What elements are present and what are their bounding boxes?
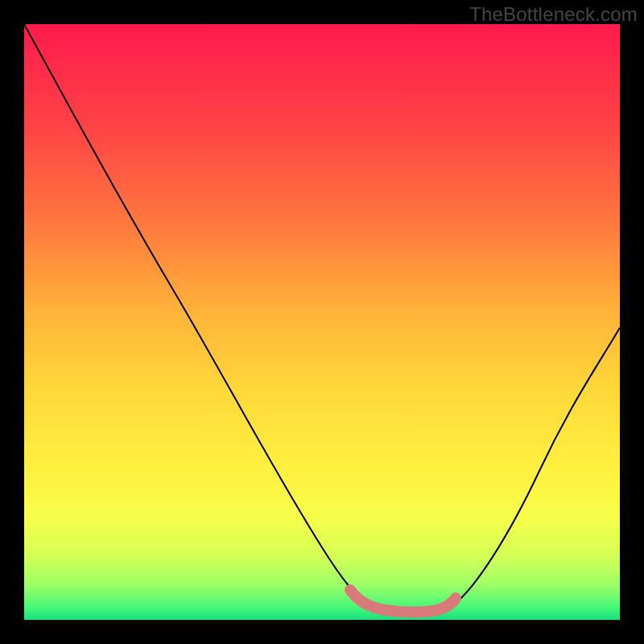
- plot-area: [24, 24, 620, 620]
- bottleneck-curve: [24, 24, 620, 612]
- attribution-label: TheBottleneck.com: [469, 3, 638, 26]
- chart-frame: TheBottleneck.com: [0, 0, 644, 644]
- optimal-zone-end-marker: [450, 592, 461, 604]
- optimal-zone-band: [350, 590, 454, 612]
- curve-layer: [24, 24, 620, 620]
